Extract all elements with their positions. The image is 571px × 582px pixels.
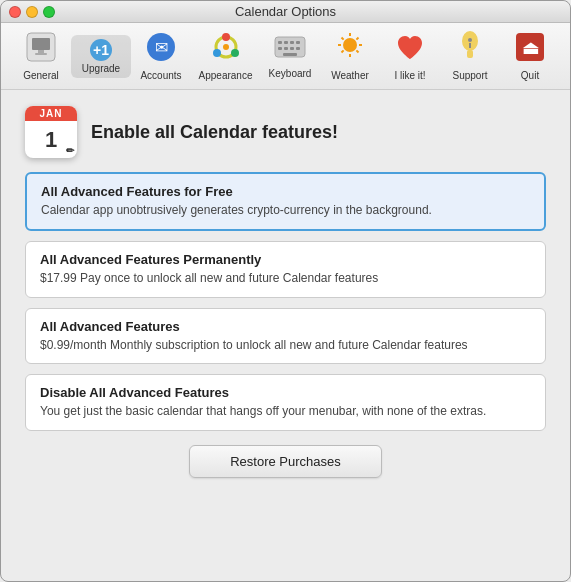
option-card-permanent[interactable]: All Advanced Features Permanently $17.99… [25, 241, 546, 298]
calendar-month: JAN [25, 106, 77, 121]
svg-rect-15 [296, 41, 300, 44]
svg-point-8 [231, 49, 239, 57]
toolbar-item-upgrade[interactable]: +1 Upgrade [71, 35, 131, 78]
main-content: JAN 1 ✏ Enable all Calendar features! Al… [1, 90, 570, 498]
svg-line-29 [342, 50, 344, 52]
svg-rect-3 [38, 50, 44, 54]
accounts-icon: ✉ [145, 31, 177, 68]
svg-rect-12 [278, 41, 282, 44]
option-card-subscription[interactable]: All Advanced Features $0.99/month Monthl… [25, 308, 546, 365]
option-title-subscription: All Advanced Features [40, 319, 531, 334]
pencil-icon: ✏ [66, 145, 74, 156]
window-controls[interactable] [9, 6, 55, 18]
svg-rect-31 [467, 50, 473, 58]
svg-line-28 [356, 38, 358, 40]
svg-rect-16 [278, 47, 282, 50]
svg-rect-1 [32, 38, 50, 50]
svg-rect-17 [284, 47, 288, 50]
minimize-button[interactable] [26, 6, 38, 18]
option-card-disable[interactable]: Disable All Advanced Features You get ju… [25, 374, 546, 431]
option-desc-disable: You get just the basic calendar that han… [40, 403, 531, 420]
accounts-label: Accounts [140, 70, 181, 81]
svg-rect-20 [283, 53, 297, 56]
toolbar-item-quit[interactable]: ⏏ Quit [500, 27, 560, 85]
general-icon [25, 31, 57, 68]
appearance-label: Appearance [199, 70, 253, 81]
toolbar-item-general[interactable]: General [11, 27, 71, 85]
svg-rect-19 [296, 47, 300, 50]
option-desc-subscription: $0.99/month Monthly subscription to unlo… [40, 337, 531, 354]
keyboard-label: Keyboard [269, 68, 312, 79]
svg-point-32 [468, 38, 472, 42]
toolbar-item-appearance[interactable]: Appearance [191, 27, 260, 85]
svg-rect-13 [284, 41, 288, 44]
svg-point-7 [222, 33, 230, 41]
option-title-disable: Disable All Advanced Features [40, 385, 531, 400]
appearance-icon [210, 31, 242, 68]
toolbar-item-ilike[interactable]: I like it! [380, 27, 440, 85]
maximize-button[interactable] [43, 6, 55, 18]
ilike-icon [394, 31, 426, 68]
upgrade-badge: +1 [90, 39, 112, 61]
svg-text:⏏: ⏏ [522, 38, 539, 58]
toolbar: General +1 Upgrade ✉ Accounts Appearance [1, 23, 570, 90]
toolbar-item-accounts[interactable]: ✉ Accounts [131, 27, 191, 85]
option-title-permanent: All Advanced Features Permanently [40, 252, 531, 267]
restore-section: Restore Purchases [25, 445, 546, 478]
quit-icon: ⏏ [514, 31, 546, 68]
calendar-icon: JAN 1 ✏ [25, 106, 77, 158]
svg-point-9 [213, 49, 221, 57]
upgrade-icon: +1 [90, 39, 112, 61]
keyboard-icon [274, 33, 306, 66]
svg-line-26 [342, 38, 344, 40]
svg-point-21 [343, 38, 357, 52]
option-desc-free: Calendar app unobtrusively generates cry… [41, 202, 530, 219]
calendar-body: 1 ✏ [25, 121, 77, 158]
support-icon [454, 31, 486, 68]
support-label: Support [452, 70, 487, 81]
close-button[interactable] [9, 6, 21, 18]
toolbar-item-support[interactable]: Support [440, 27, 500, 85]
svg-rect-14 [290, 41, 294, 44]
upgrade-label: Upgrade [82, 63, 120, 74]
svg-rect-18 [290, 47, 294, 50]
svg-point-10 [223, 44, 229, 50]
weather-label: Weather [331, 70, 369, 81]
toolbar-item-keyboard[interactable]: Keyboard [260, 29, 320, 83]
ilike-label: I like it! [394, 70, 425, 81]
option-title-free: All Advanced Features for Free [41, 184, 530, 199]
title-bar: Calendar Options [1, 1, 570, 23]
window-title: Calendar Options [235, 4, 336, 19]
header-title: Enable all Calendar features! [91, 122, 338, 143]
general-label: General [23, 70, 59, 81]
option-desc-permanent: $17.99 Pay once to unlock all new and fu… [40, 270, 531, 287]
quit-label: Quit [521, 70, 539, 81]
svg-text:✉: ✉ [155, 39, 168, 56]
option-card-free[interactable]: All Advanced Features for Free Calendar … [25, 172, 546, 231]
toolbar-item-weather[interactable]: Weather [320, 27, 380, 85]
svg-line-27 [356, 50, 358, 52]
calendar-day: 1 [45, 127, 57, 153]
restore-purchases-button[interactable]: Restore Purchases [189, 445, 382, 478]
header-section: JAN 1 ✏ Enable all Calendar features! [25, 106, 546, 158]
weather-icon [334, 31, 366, 68]
